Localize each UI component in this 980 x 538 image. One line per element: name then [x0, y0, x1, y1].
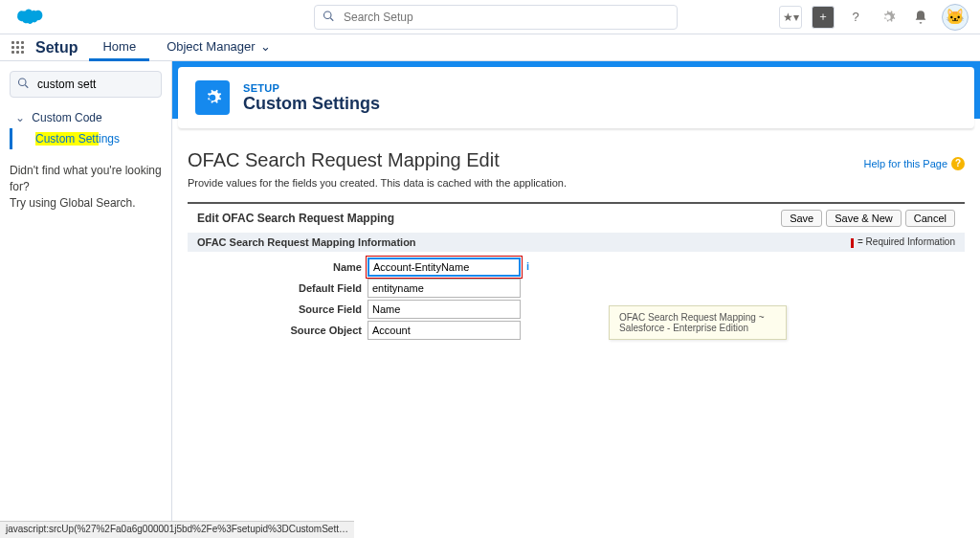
- svg-line-1: [330, 17, 333, 20]
- tab-object-manager[interactable]: Object Manager ⌄: [153, 34, 284, 61]
- tree-leaf-custom-settings[interactable]: Custom Settings: [10, 128, 162, 149]
- save-button[interactable]: Save: [781, 210, 822, 227]
- tooltip: OFAC Search Request Mapping ~ Salesforce…: [609, 305, 787, 340]
- help-for-this-page-link[interactable]: Help for this Page ?: [864, 157, 965, 170]
- label-name: Name: [197, 261, 362, 273]
- favorites-dropdown[interactable]: ★▾: [779, 6, 802, 29]
- content-description: Provide values for the fields you create…: [188, 177, 965, 189]
- user-avatar[interactable]: 🐱: [942, 4, 969, 31]
- label-default-field: Default Field: [197, 282, 362, 294]
- tree-node-custom-code[interactable]: ⌄ Custom Code: [10, 107, 162, 128]
- label-source-field: Source Field: [197, 303, 362, 315]
- tab-home[interactable]: Home: [89, 34, 149, 61]
- sidebar-tip: Didn't find what you're looking for? Try…: [10, 163, 162, 211]
- chevron-down-icon: ⌄: [260, 39, 271, 54]
- input-source-object[interactable]: [368, 321, 521, 340]
- global-search-input[interactable]: [314, 5, 678, 30]
- input-source-field[interactable]: [368, 300, 521, 319]
- input-default-field[interactable]: [368, 279, 521, 298]
- save-and-new-button[interactable]: Save & New: [826, 210, 902, 227]
- setup-gear-icon[interactable]: [877, 6, 900, 29]
- info-icon[interactable]: i: [526, 260, 540, 274]
- label-source-object: Source Object: [197, 325, 362, 336]
- page-eyebrow: SETUP: [243, 82, 380, 94]
- chevron-down-icon: ⌄: [15, 111, 25, 124]
- required-note: = Required Information: [851, 236, 955, 247]
- page-title: Custom Settings: [243, 94, 380, 114]
- svg-point-2: [19, 78, 27, 86]
- salesforce-logo: [11, 6, 46, 29]
- app-launcher-icon[interactable]: [8, 37, 28, 57]
- help-icon[interactable]: ?: [844, 6, 867, 29]
- svg-point-0: [324, 11, 332, 19]
- add-tab-button[interactable]: ＋: [812, 6, 835, 29]
- search-icon: [323, 10, 334, 24]
- section-title: OFAC Search Request Mapping Information: [197, 236, 416, 248]
- content-heading: OFAC Search Request Mapping Edit: [188, 149, 500, 171]
- cancel-button[interactable]: Cancel: [905, 210, 955, 227]
- notifications-icon[interactable]: [909, 6, 932, 29]
- app-title: Setup: [35, 39, 78, 56]
- search-icon: [17, 78, 29, 92]
- gear-icon: [195, 80, 230, 115]
- sidebar-search-input[interactable]: [10, 71, 162, 98]
- svg-line-3: [25, 85, 28, 88]
- input-name[interactable]: [368, 258, 521, 277]
- help-icon: ?: [951, 157, 965, 170]
- edit-title: Edit OFAC Search Request Mapping: [197, 212, 394, 225]
